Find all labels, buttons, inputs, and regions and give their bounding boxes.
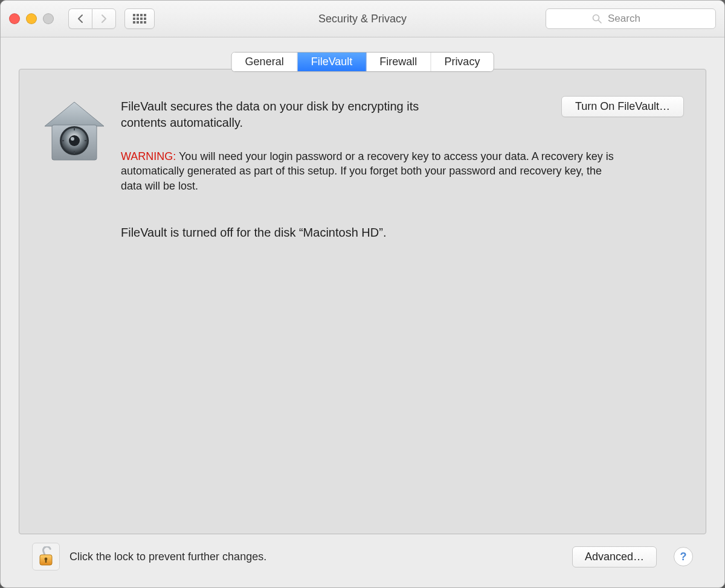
filevault-warning: WARNING: You will need your login passwo… [121, 149, 616, 193]
tab-general[interactable]: General [232, 53, 298, 71]
toolbar: Security & Privacy [1, 1, 724, 37]
filevault-panel: Turn On FileVault… [19, 69, 706, 534]
filevault-icon [41, 98, 108, 165]
filevault-headline: FileVault secures the data on your disk … [121, 98, 435, 131]
window-controls [9, 13, 54, 24]
svg-marker-14 [45, 102, 104, 126]
svg-rect-9 [137, 21, 139, 24]
svg-rect-7 [144, 18, 146, 20]
svg-rect-4 [133, 18, 135, 20]
back-button[interactable] [68, 8, 92, 29]
search-icon [592, 14, 602, 24]
filevault-status: FileVault is turned off for the disk “Ma… [121, 226, 684, 240]
search-field[interactable] [546, 8, 716, 29]
house-safe-icon [41, 98, 108, 165]
svg-rect-10 [140, 21, 143, 24]
minimize-window-button[interactable] [26, 13, 37, 24]
tab-bar: General FileVault Firewall Privacy [231, 52, 494, 72]
svg-rect-0 [133, 14, 135, 16]
svg-point-19 [71, 137, 74, 141]
nav-group [68, 8, 116, 29]
tab-privacy[interactable]: Privacy [431, 53, 493, 71]
warning-text: You will need your login password or a r… [121, 150, 614, 192]
warning-label: WARNING: [121, 150, 176, 162]
preferences-window: Security & Privacy General FileVault Fir… [0, 0, 725, 588]
lock-button[interactable] [32, 543, 60, 570]
forward-button[interactable] [92, 8, 116, 29]
search-input[interactable] [607, 12, 669, 25]
tab-firewall[interactable]: Firewall [366, 53, 431, 71]
body: General FileVault Firewall Privacy Turn … [1, 37, 724, 587]
zoom-window-button[interactable] [43, 13, 54, 24]
svg-rect-26 [45, 560, 47, 563]
advanced-button[interactable]: Advanced… [572, 546, 657, 567]
svg-rect-2 [140, 14, 143, 16]
svg-rect-11 [144, 21, 146, 24]
svg-point-18 [69, 135, 80, 146]
svg-rect-5 [137, 18, 139, 20]
svg-rect-6 [140, 18, 143, 20]
show-all-button[interactable] [124, 8, 155, 29]
svg-line-13 [599, 21, 602, 24]
svg-rect-3 [144, 14, 146, 16]
close-window-button[interactable] [9, 13, 20, 24]
turn-on-filevault-button[interactable]: Turn On FileVault… [561, 96, 684, 117]
lock-hint-text: Click the lock to prevent further change… [69, 551, 266, 563]
filevault-text: FileVault secures the data on your disk … [121, 98, 684, 240]
svg-rect-8 [133, 21, 135, 24]
chevron-left-icon [77, 14, 84, 24]
chevron-right-icon [100, 14, 108, 24]
unlocked-padlock-icon [37, 546, 55, 567]
tab-filevault[interactable]: FileVault [298, 53, 367, 71]
svg-rect-1 [137, 14, 139, 16]
grid-icon [133, 14, 146, 24]
footer: Click the lock to prevent further change… [19, 534, 706, 579]
help-button[interactable]: ? [674, 547, 693, 566]
